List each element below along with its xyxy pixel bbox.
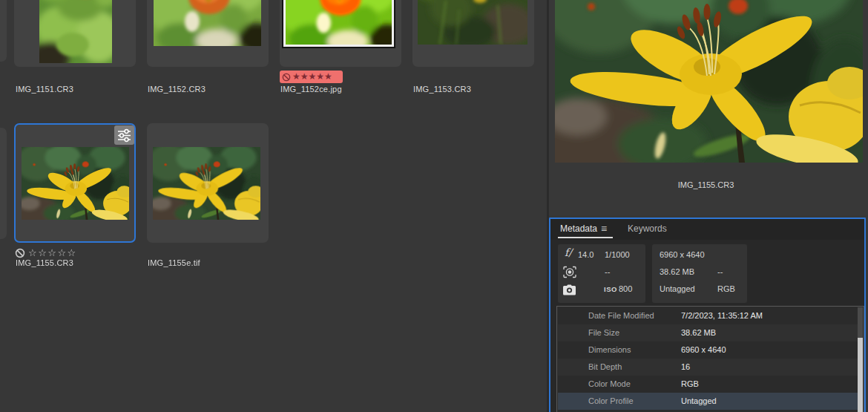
iso-value: 800	[619, 283, 632, 295]
filename-label: IMG_1155e.tif	[148, 258, 200, 269]
row-value: 38.62 MB	[681, 324, 716, 341]
table-row[interactable]: Bit Depth 16	[558, 359, 859, 376]
table-row[interactable]: Color Mode RGB	[558, 376, 859, 393]
partial-thumbnail-cell	[0, 0, 7, 62]
table-row[interactable]: Date File Modified 7/2/2023, 11:35:12 AM	[558, 307, 859, 324]
table-row[interactable]: File Size 38.62 MB	[558, 324, 859, 341]
scrollbar-thumb[interactable]	[858, 338, 863, 412]
thumbnail-img-1155[interactable]	[22, 147, 129, 220]
file-placard: 6960 x 4640 38.62 MB -- Untagged RGB	[652, 244, 747, 303]
photo-yellow-lily-edit	[153, 147, 260, 220]
camera-icon	[562, 284, 576, 295]
filename-label: IMG_1152ce.jpg	[280, 85, 342, 95]
sliders-icon	[114, 125, 134, 145]
thumbnail-img-1152[interactable]	[154, 0, 261, 46]
tab-metadata[interactable]: Metadata	[560, 223, 597, 234]
filename-label: IMG_1152.CR3	[148, 85, 206, 95]
preview-image[interactable]	[555, 0, 863, 163]
row-label: Color Mode	[588, 376, 631, 393]
content-panel: IMG_1151.CR3 IMG_1152.CR3 ★★★★★ IMG_1152…	[0, 0, 547, 412]
reject-icon[interactable]	[15, 248, 25, 258]
reject-icon	[282, 73, 291, 82]
color-profile-value: Untagged	[660, 283, 695, 295]
thumbnail-img-1152ce[interactable]	[283, 0, 394, 47]
tab-keywords[interactable]: Keywords	[628, 223, 667, 234]
reject-rating-badge[interactable]: ★★★★★	[280, 71, 343, 83]
row-value: Untagged	[681, 393, 717, 410]
table-row[interactable]: Dimensions 6960 x 4640	[558, 341, 859, 359]
develop-settings-icon[interactable]	[114, 125, 134, 145]
row-value: RGB	[681, 376, 699, 393]
dimensions-value: 6960 x 4640	[660, 249, 705, 261]
filename-label: IMG_1151.CR3	[16, 85, 73, 95]
star-rating-filled[interactable]: ★★★★★	[292, 71, 332, 83]
shutter-value: 1/1000	[605, 249, 630, 261]
rating-row: ☆☆☆☆☆	[15, 247, 77, 259]
exposure-comp-value: --	[605, 266, 610, 278]
photo-yellow-lily	[22, 147, 129, 220]
active-tab-underline	[558, 237, 613, 238]
row-value: 7/2/2023, 11:35:12 AM	[681, 307, 763, 324]
photo-nasturtium-landscape	[154, 0, 261, 46]
metadata-table: Date File Modified 7/2/2023, 11:35:12 AM…	[556, 306, 864, 412]
partial-thumbnail-cell	[0, 128, 7, 239]
row-label: File Size	[588, 324, 619, 341]
file-size-value: 38.62 MB	[660, 266, 694, 278]
thumbnail-img-1153[interactable]	[418, 0, 527, 45]
row-label: Color Profile	[588, 393, 634, 410]
row-value: 6960 x 4640	[681, 341, 726, 359]
row-value: 16	[681, 359, 690, 376]
preview-panel: IMG_1155.CR3	[549, 0, 868, 215]
color-mode-value: RGB	[717, 283, 735, 295]
table-row-selected[interactable]: Color Profile Untagged	[558, 393, 859, 410]
size-extra-value: --	[717, 266, 723, 278]
row-label: Bit Depth	[588, 359, 622, 376]
camera-placard: f/ 14.0 1/1000 --	[558, 244, 645, 303]
iso-label: ISO	[604, 283, 617, 295]
aperture-symbol: f/	[565, 246, 572, 259]
panel-tabbar: Metadata ≡ Keywords	[550, 219, 864, 240]
metering-icon	[563, 266, 576, 278]
metadata-panel: Metadata ≡ Keywords f/ 14.0 1/1000	[549, 218, 866, 412]
photo-lily-garden	[418, 0, 527, 45]
filename-label: IMG_1153.CR3	[413, 85, 471, 95]
photo-nasturtium-portrait	[39, 0, 112, 63]
aperture-value: 14.0	[578, 249, 594, 261]
scrollbar-track[interactable]	[858, 307, 863, 412]
row-label: Dimensions	[588, 341, 631, 359]
photo-yellow-lily-preview	[555, 0, 863, 163]
filename-label: IMG_1155.CR3	[16, 258, 73, 269]
thumbnail-img-1155e[interactable]	[153, 147, 260, 220]
star-rating-empty[interactable]: ☆☆☆☆☆	[28, 247, 77, 259]
preview-filename: IMG_1155.CR3	[549, 180, 863, 189]
bridge-window: IMG_1151.CR3 IMG_1152.CR3 ★★★★★ IMG_1152…	[0, 0, 868, 412]
row-label: Date File Modified	[588, 307, 654, 324]
photo-nasturtium-enhanced	[286, 0, 392, 47]
panel-menu-icon[interactable]: ≡	[601, 223, 607, 235]
thumbnail-img-1151[interactable]	[39, 0, 112, 63]
